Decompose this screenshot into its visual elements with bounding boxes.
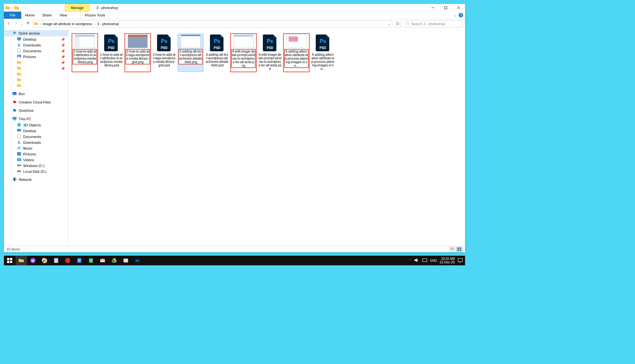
file-item[interactable]: PsPSD3-adding-alt-text-wordpress-attachm…	[204, 34, 230, 72]
taskbar-gmail-icon[interactable]	[97, 256, 108, 265]
taskbar[interactable]: Ps ˄ ENG 10:32 AM 22-Dec-20	[4, 256, 465, 265]
taskbar-app-icon[interactable]	[120, 256, 132, 265]
file-item[interactable]: 2-how-to-add-alt-tags-wordpress-media-li…	[125, 34, 150, 72]
taskbar-app-icon[interactable]	[62, 256, 74, 265]
svg-text:PSD: PSD	[267, 46, 273, 50]
nav-pinned-folder[interactable]: 📌	[4, 65, 68, 71]
psd-file-icon: PsPSD	[262, 34, 278, 51]
taskbar-docs-icon[interactable]	[74, 256, 85, 265]
pin-icon: 📌	[61, 49, 65, 53]
nav-forward-icon[interactable]	[14, 21, 18, 27]
navigation-pane[interactable]: Quick access Desktop📌 Downloads📌 Documen…	[4, 29, 68, 246]
search-input[interactable]: Search 3 - photoshop	[404, 20, 462, 27]
help-icon[interactable]: ?	[459, 13, 463, 17]
taskbar-explorer-icon[interactable]	[15, 256, 27, 265]
minimize-button[interactable]	[426, 4, 439, 12]
view-large-icons-icon[interactable]	[456, 247, 462, 252]
tray-clock[interactable]: 10:32 AM 22-Dec-20	[440, 257, 455, 264]
status-bar: 10 items	[4, 246, 465, 252]
nav-downloads-pc[interactable]: Downloads	[4, 140, 68, 145]
drive-icon	[17, 163, 21, 168]
pictures-icon	[17, 54, 21, 59]
svg-rect-51	[124, 259, 128, 262]
breadcrumb[interactable]: › image alt attribute in wordpress › 3 -…	[32, 20, 392, 27]
maximize-button[interactable]	[439, 4, 452, 12]
ribbon-chevron-icon[interactable]: ⌄	[454, 13, 457, 17]
ribbon-tab-file[interactable]: File	[4, 12, 21, 19]
svg-rect-33	[457, 250, 459, 251]
tray-volume-icon[interactable]	[413, 257, 419, 264]
download-icon	[17, 43, 21, 48]
nav-creative-cloud[interactable]: Creative Cloud Files	[4, 99, 68, 105]
file-view[interactable]: 1-how-to-add-alt-attributes-in-wordpress…	[68, 29, 465, 246]
file-name: 5-adding-alternative-attribute-wp-proces…	[284, 49, 308, 68]
nav-back-icon[interactable]	[6, 21, 11, 27]
ribbon-tab-home[interactable]: Home	[21, 12, 38, 19]
breadcrumb-dropdown-icon[interactable]: ⌄	[388, 22, 391, 26]
nav-onedrive[interactable]: OneDrive	[4, 107, 68, 114]
nav-pinned-folder[interactable]	[4, 83, 68, 89]
nav-documents-pc[interactable]: Documents	[4, 134, 68, 140]
svg-rect-10	[17, 129, 21, 132]
breadcrumb-item[interactable]: 3 - photoshop	[96, 22, 119, 26]
taskbar-chrome-icon[interactable]	[39, 256, 50, 265]
svg-rect-3	[18, 40, 20, 41]
file-item[interactable]: 4-edit-image-detail-prompt-window-in-wor…	[231, 34, 256, 72]
breadcrumb-item[interactable]: image alt attribute in wordpress	[42, 22, 93, 26]
contextual-tab-manage[interactable]: Manage	[65, 4, 90, 12]
tray-chevron-icon[interactable]: ˄	[409, 259, 411, 262]
refresh-button[interactable]	[394, 20, 401, 27]
svg-rect-9	[14, 120, 15, 121]
nav-quick-access[interactable]: Quick access	[4, 30, 68, 36]
file-item[interactable]: PsPSD2-how-to-add-alt-tags-wordpress-med…	[152, 34, 177, 72]
taskbar-photoshop-icon[interactable]: Ps	[132, 256, 143, 265]
tray-notifications-icon[interactable]	[457, 257, 463, 264]
nav-up-icon[interactable]	[26, 21, 30, 27]
nav-this-pc[interactable]: This PC	[4, 116, 68, 122]
tray-network-icon[interactable]	[422, 257, 428, 264]
file-item[interactable]: PsPSD4-edit-image-detail-prompt-window-i…	[257, 34, 283, 72]
svg-rect-38	[10, 261, 12, 263]
close-button[interactable]	[452, 4, 465, 12]
file-item[interactable]: PsPSD1-how-to-add-alt-attributes-in-word…	[99, 34, 124, 72]
nav-music[interactable]: Music	[4, 145, 68, 151]
document-icon	[17, 134, 21, 139]
file-name: 1-how-to-add-alt-attributes-in-wordpress…	[73, 49, 97, 64]
nav-pinned-folder[interactable]	[4, 71, 68, 77]
taskbar-notepad-icon[interactable]	[50, 256, 62, 265]
nav-documents[interactable]: Documents📌	[4, 48, 68, 54]
desktop-icon	[17, 37, 21, 42]
taskbar-drive-icon[interactable]	[108, 256, 120, 265]
nav-pinned-folder[interactable]: 📌	[4, 60, 68, 65]
file-item[interactable]: 1-how-to-add-alt-attributes-in-wordpress…	[72, 34, 97, 72]
nav-recent-icon[interactable]: ⌄	[21, 22, 23, 25]
nav-network[interactable]: Network	[4, 176, 68, 183]
tray-language[interactable]: ENG	[430, 259, 437, 262]
nav-box[interactable]: boxBox	[4, 91, 68, 97]
nav-pinned-folder[interactable]	[4, 77, 68, 83]
nav-desktop-pc[interactable]: Desktop	[4, 128, 68, 134]
nav-drive-c[interactable]: Windows (C:)	[4, 163, 68, 169]
file-name: 2-how-to-add-alt-tags-wordpress-media-li…	[152, 53, 176, 67]
ribbon-tab-view[interactable]: View	[55, 12, 71, 19]
ribbon-tab-share[interactable]: Share	[38, 12, 55, 19]
nav-pictures[interactable]: Pictures📌	[4, 54, 68, 60]
quick-access-toolbar: | → |	[4, 4, 26, 12]
file-item[interactable]: PsPSD5-adding-alternative-attribute-wp-p…	[310, 34, 335, 72]
nav-videos[interactable]: Videos	[4, 157, 68, 163]
nav-downloads[interactable]: Downloads📌	[4, 42, 68, 48]
nav-3d-objects[interactable]: 3D Objects	[4, 122, 68, 128]
nav-desktop[interactable]: Desktop📌	[4, 36, 68, 42]
file-item[interactable]: 5-adding-alternative-attribute-wp-proces…	[284, 34, 309, 72]
file-item[interactable]: 3-adding-alt-text-wordpress-attachment-d…	[178, 34, 203, 72]
taskbar-sheets-icon[interactable]	[85, 256, 97, 265]
folder-dropdown-icon[interactable]	[14, 5, 19, 10]
image-thumbnail	[75, 34, 95, 48]
ribbon-tab-picture-tools[interactable]: Picture Tools	[81, 12, 109, 19]
nav-pictures-pc[interactable]: Pictures	[4, 151, 68, 157]
view-details-icon[interactable]	[449, 247, 455, 252]
svg-rect-54	[422, 259, 427, 262]
nav-drive-d[interactable]: Local Disk (D:)	[4, 169, 68, 174]
taskbar-messenger-icon[interactable]	[27, 256, 39, 265]
start-button[interactable]	[4, 256, 15, 265]
